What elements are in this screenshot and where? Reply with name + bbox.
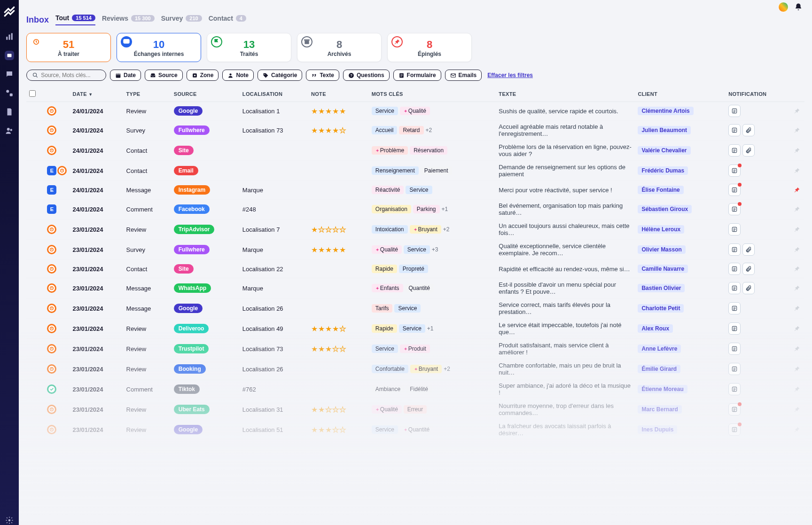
client-pill[interactable]: Marc Bernard (638, 405, 681, 414)
table-row[interactable]: 23/01/2024MessageWhatsAppMarque✦EnfantsQ… (26, 278, 804, 298)
col-source[interactable]: SOURCE (171, 86, 240, 102)
client-pill[interactable]: Julien Beaumont (638, 126, 691, 134)
filter-formulaire[interactable]: Formulaire (393, 70, 441, 81)
tab-tout[interactable]: Tout15 514 (55, 14, 95, 25)
user-avatar[interactable] (778, 2, 789, 12)
table-row[interactable]: 23/01/2024MessageGoogleLocalisation 26Ta… (26, 298, 804, 319)
nav-users-icon[interactable] (5, 126, 14, 135)
client-pill[interactable]: Clémentine Artois (638, 107, 693, 115)
attachment-button[interactable] (742, 144, 755, 157)
table-row[interactable]: 23/01/2024SurveyFullwhereMarque★★★★★✦Qua… (26, 240, 804, 260)
table-row[interactable]: 23/01/2024CommentTiktok#762AmbianceFidél… (26, 379, 804, 400)
attachment-button[interactable] (742, 282, 755, 294)
pin-icon[interactable] (793, 284, 802, 292)
pin-icon[interactable] (793, 385, 802, 393)
pin-icon[interactable] (793, 345, 802, 353)
pin-icon[interactable] (793, 365, 802, 373)
note-button[interactable] (728, 144, 741, 157)
filter-note[interactable]: Note (222, 70, 254, 81)
note-button[interactable] (728, 343, 741, 355)
table-row[interactable]: 23/01/2024ContactSiteLocalisation 22Rapi… (26, 260, 804, 278)
filter-texte[interactable]: Texte (306, 70, 339, 81)
client-pill[interactable]: Frédéric Dumas (638, 166, 688, 175)
client-pill[interactable]: Hélène Leroux (638, 225, 684, 234)
pin-icon[interactable] (793, 107, 802, 115)
table-row[interactable]: E24/01/2024CommentFacebook#248Organisati… (26, 199, 804, 219)
pin-icon[interactable] (793, 305, 802, 312)
stat-card-épinglés[interactable]: 8Épinglés (387, 33, 472, 62)
pin-icon[interactable] (793, 265, 802, 273)
client-pill[interactable]: Sébastien Giroux (638, 205, 692, 213)
note-button[interactable] (728, 322, 741, 335)
pin-icon[interactable] (793, 406, 802, 413)
note-button[interactable] (728, 124, 741, 136)
tab-reviews[interactable]: Reviews15 300 (102, 14, 155, 25)
nav-modules-icon[interactable] (5, 88, 14, 98)
note-button[interactable] (728, 165, 741, 177)
notifications-bell-icon[interactable] (794, 3, 803, 11)
client-pill[interactable]: Valérie Chevalier (638, 146, 690, 155)
pin-icon[interactable] (793, 325, 802, 332)
filter-date[interactable]: Date (110, 70, 141, 81)
note-button[interactable] (728, 184, 741, 196)
note-button[interactable] (728, 302, 741, 314)
col-type[interactable]: TYPE (124, 86, 171, 102)
note-button[interactable] (728, 223, 741, 235)
col-notification[interactable]: NOTIFICATION (726, 86, 790, 102)
select-all-checkbox[interactable] (29, 90, 36, 97)
client-pill[interactable]: Ines Dupuis (638, 425, 677, 434)
search-input[interactable] (41, 72, 100, 78)
stat-card-à-traiter[interactable]: 51À traiter (26, 33, 111, 62)
note-button[interactable] (728, 243, 741, 256)
filter-catégorie[interactable]: Catégorie (258, 70, 302, 81)
filter-zone[interactable]: Zone (187, 70, 219, 81)
table-row[interactable]: E24/01/2024MessageInstagramMarqueRéactiv… (26, 181, 804, 199)
filter-source[interactable]: Source (145, 70, 183, 81)
client-pill[interactable]: Anne Lefèvre (638, 345, 681, 353)
table-row[interactable]: 23/01/2024ReviewBookingLocalisation 26Co… (26, 359, 804, 379)
stat-card-échanges-internes[interactable]: 10Échanges internes (117, 33, 201, 62)
pin-icon[interactable] (793, 246, 802, 253)
tab-survey[interactable]: Survey210 (161, 14, 202, 25)
note-button[interactable] (728, 203, 741, 215)
table-row[interactable]: E24/01/2024ContactEmailRenseignementPaie… (26, 161, 804, 181)
client-pill[interactable]: Charlotte Petit (638, 304, 684, 313)
table-row[interactable]: 24/01/2024ReviewGoogleLocalisation 1★★★★… (26, 102, 804, 120)
table-row[interactable]: 23/01/2024ReviewUber EatsLocalisation 31… (26, 400, 804, 420)
col-mots-cles[interactable]: MOTS CLÉS (369, 86, 496, 102)
note-button[interactable] (728, 105, 741, 117)
attachment-button[interactable] (742, 243, 755, 256)
clear-filters-link[interactable]: Effacer les filtres (487, 72, 533, 78)
filter-questions[interactable]: ? Questions (343, 70, 390, 81)
client-pill[interactable]: Alex Roux (638, 324, 673, 333)
note-button[interactable] (728, 423, 741, 436)
col-note[interactable]: NOTE (308, 86, 369, 102)
nav-settings-icon[interactable] (5, 516, 14, 525)
client-pill[interactable]: Émilie Girard (638, 365, 680, 373)
filter-emails[interactable]: Emails (445, 70, 482, 81)
client-pill[interactable]: Bastien Olivier (638, 284, 685, 292)
note-button[interactable] (728, 403, 741, 415)
pin-icon[interactable] (793, 147, 802, 154)
pin-icon[interactable] (793, 186, 802, 194)
col-client[interactable]: CLIENT (635, 86, 726, 102)
stat-card-archivés[interactable]: 8Archivés (297, 33, 382, 62)
client-pill[interactable]: Étienne Moreau (638, 385, 687, 393)
pin-icon[interactable] (793, 226, 802, 233)
table-row[interactable]: 23/01/2024ReviewTrustpilotLocalisation 7… (26, 339, 804, 359)
nav-inbox-icon[interactable] (5, 51, 14, 60)
note-button[interactable] (728, 282, 741, 294)
attachment-button[interactable] (742, 263, 755, 275)
nav-analytics-icon[interactable] (5, 32, 14, 41)
table-row[interactable]: 24/01/2024ContactSite✦ProblèmeRéservatio… (26, 141, 804, 161)
stat-card-traités[interactable]: 13Traités (207, 33, 291, 62)
note-button[interactable] (728, 383, 741, 395)
client-pill[interactable]: Olivier Masson (638, 245, 685, 254)
table-row[interactable]: 23/01/2024ReviewGoogleLocalisation 51★★★… (26, 420, 804, 440)
table-row[interactable]: 24/01/2024SurveyFullwhereLocalisation 73… (26, 120, 804, 141)
col-texte[interactable]: TEXTE (496, 86, 635, 102)
pin-icon[interactable] (793, 167, 802, 174)
nav-chat-icon[interactable] (5, 70, 14, 79)
search-input-wrap[interactable] (26, 70, 106, 81)
col-localisation[interactable]: LOCALISATION (240, 86, 308, 102)
